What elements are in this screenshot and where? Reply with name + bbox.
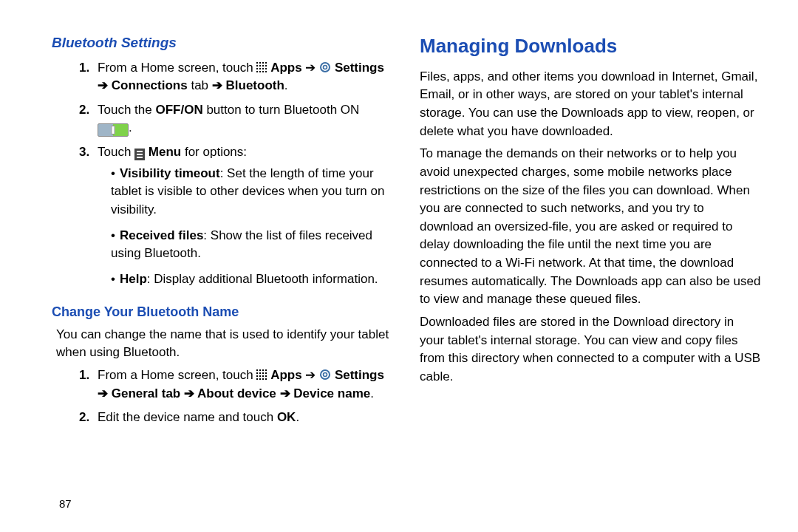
bullet-visibility: Visibility timeout: Set the length of ti…: [111, 165, 393, 219]
bullet-help: Help: Display additional Bluetooth infor…: [111, 270, 393, 289]
svg-rect-1: [259, 62, 261, 64]
apps-icon: [256, 369, 267, 380]
svg-rect-26: [256, 375, 258, 377]
toggle-on-icon: [98, 123, 129, 137]
cn-s1-a: From a Home screen, touch: [98, 368, 253, 382]
svg-point-34: [321, 370, 330, 379]
downloads-p3: Downloaded files are stored in the Downl…: [420, 313, 761, 386]
arrow2: ➔: [98, 78, 108, 92]
svg-rect-14: [262, 71, 264, 72]
label-bluetooth: Bluetooth: [226, 78, 284, 92]
right-column: Managing Downloads Files, apps, and othe…: [420, 30, 761, 517]
menu-options-list: Visibility timeout: Set the length of ti…: [98, 165, 393, 289]
change-name-desc: You can change the name that is used to …: [56, 326, 393, 362]
cn-s1-line2: ➔ General tab ➔ About device ➔ Device na…: [98, 386, 370, 400]
step-2: Touch the OFF/ON button to turn Bluetoot…: [93, 101, 393, 137]
svg-rect-15: [265, 71, 267, 72]
heading-managing-downloads: Managing Downloads: [420, 33, 761, 61]
manual-page: Bluetooth Settings From a Home screen, t…: [0, 0, 798, 532]
b1-label: Visibility timeout: [120, 166, 220, 180]
downloads-p1: Files, apps, and other items you downloa…: [420, 68, 761, 141]
svg-rect-11: [265, 68, 267, 69]
gear-icon: [319, 61, 331, 73]
s3-b: for options:: [181, 145, 247, 159]
b3-rest: : Display additional Bluetooth informati…: [147, 272, 378, 286]
svg-rect-18: [256, 369, 258, 371]
bt-settings-steps: From a Home screen, touch Apps ➔ Setting…: [52, 59, 393, 289]
svg-rect-3: [265, 62, 267, 64]
label-settings: Settings: [335, 368, 384, 382]
label-tab: tab: [188, 78, 212, 92]
left-column: Bluetooth Settings From a Home screen, t…: [52, 30, 393, 517]
svg-rect-32: [262, 378, 264, 380]
downloads-p2: To manage the demands on their networks …: [420, 145, 761, 309]
menu-icon: [134, 149, 145, 160]
heading-bluetooth-settings: Bluetooth Settings: [52, 33, 393, 53]
heading-change-bt-name: Change Your Bluetooth Name: [52, 302, 393, 321]
svg-point-16: [321, 63, 330, 72]
s3-a: Touch: [98, 145, 134, 159]
arrow: ➔: [305, 61, 316, 75]
label-connections: Connections: [112, 78, 188, 92]
svg-rect-7: [265, 65, 267, 66]
svg-rect-28: [262, 375, 264, 377]
cn-s2-a: Edit the device name and touch: [98, 410, 277, 424]
s2-a: Touch the: [98, 103, 155, 117]
bullet-received: Received files: Show the list of files r…: [111, 227, 393, 263]
svg-rect-2: [262, 62, 264, 64]
svg-rect-22: [256, 372, 258, 374]
arrow: ➔: [305, 368, 316, 382]
label-apps: Apps: [270, 61, 302, 75]
svg-rect-31: [259, 378, 261, 380]
svg-rect-20: [262, 369, 264, 371]
step-3: Touch Menu for options: Visibility timeo…: [93, 143, 393, 288]
apps-icon: [256, 62, 267, 72]
b3-label: Help: [120, 272, 147, 286]
cn-step-2: Edit the device name and touch OK.: [93, 409, 393, 427]
svg-rect-19: [259, 369, 261, 371]
label-ok: OK: [277, 410, 296, 424]
s2-b: button to turn Bluetooth ON: [203, 103, 360, 117]
svg-rect-33: [265, 378, 267, 380]
svg-rect-30: [256, 378, 258, 380]
label-settings: Settings: [335, 61, 384, 75]
svg-rect-25: [265, 372, 267, 374]
svg-rect-23: [259, 372, 261, 374]
svg-rect-8: [256, 68, 258, 69]
svg-rect-21: [265, 369, 267, 371]
cn-step-1: From a Home screen, touch Apps ➔ Setting…: [93, 366, 393, 403]
svg-rect-24: [262, 372, 264, 374]
page-number: 87: [59, 497, 72, 510]
svg-point-35: [324, 373, 327, 377]
svg-rect-27: [259, 375, 261, 377]
change-name-steps: From a Home screen, touch Apps ➔ Setting…: [52, 366, 393, 427]
svg-rect-13: [259, 71, 261, 72]
label-offon: OFF/ON: [155, 103, 202, 117]
svg-rect-6: [262, 65, 264, 66]
b2-label: Received files: [120, 228, 203, 242]
gear-icon: [319, 369, 331, 381]
svg-rect-12: [256, 71, 258, 72]
svg-rect-5: [259, 65, 261, 66]
arrow3: ➔: [212, 78, 222, 92]
svg-rect-29: [265, 375, 267, 377]
step1-text-a: From a Home screen, touch: [98, 61, 253, 75]
label-menu: Menu: [149, 145, 181, 159]
svg-point-17: [324, 66, 327, 69]
svg-rect-4: [256, 65, 258, 66]
svg-rect-0: [256, 62, 258, 64]
label-apps: Apps: [270, 368, 302, 382]
step-1: From a Home screen, touch Apps ➔ Setting…: [93, 59, 393, 95]
svg-rect-9: [259, 68, 261, 69]
svg-rect-10: [262, 68, 264, 69]
